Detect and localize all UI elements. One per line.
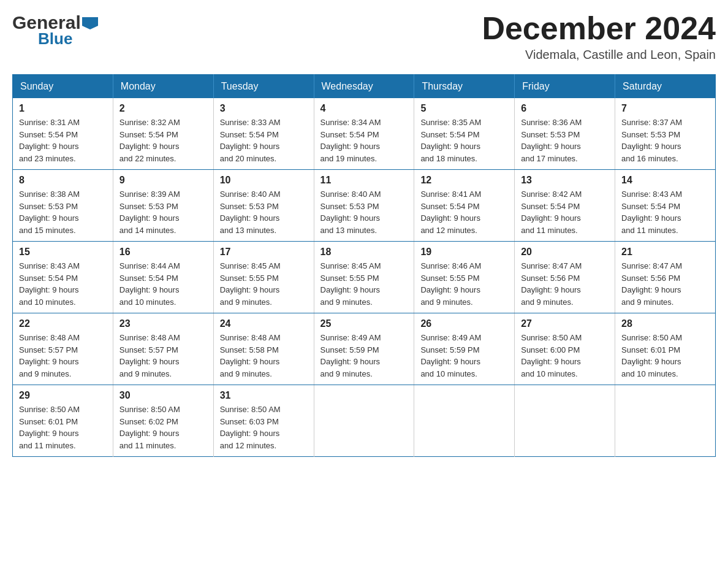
calendar-cell: 18Sunrise: 8:45 AMSunset: 5:55 PMDayligh… bbox=[314, 242, 414, 313]
calendar-cell: 31Sunrise: 8:50 AMSunset: 6:03 PMDayligh… bbox=[213, 385, 314, 457]
day-info: Sunrise: 8:36 AMSunset: 5:53 PMDaylight:… bbox=[521, 117, 609, 164]
day-info: Sunrise: 8:40 AMSunset: 5:53 PMDaylight:… bbox=[320, 188, 408, 236]
logo-arrow-icon bbox=[82, 17, 98, 29]
calendar-cell: 5Sunrise: 8:35 AMSunset: 5:54 PMDaylight… bbox=[414, 98, 515, 170]
day-number: 29 bbox=[19, 390, 107, 401]
day-number: 30 bbox=[119, 390, 207, 401]
calendar-week-row: 22Sunrise: 8:48 AMSunset: 5:57 PMDayligh… bbox=[13, 313, 716, 385]
day-info: Sunrise: 8:50 AMSunset: 6:01 PMDaylight:… bbox=[621, 332, 709, 380]
calendar-cell: 28Sunrise: 8:50 AMSunset: 6:01 PMDayligh… bbox=[615, 313, 716, 385]
day-info: Sunrise: 8:40 AMSunset: 5:53 PMDaylight:… bbox=[220, 188, 308, 236]
calendar-cell: 9Sunrise: 8:39 AMSunset: 5:53 PMDaylight… bbox=[113, 170, 213, 242]
col-wednesday: Wednesday bbox=[314, 75, 414, 99]
location-text: Videmala, Castille and Leon, Spain bbox=[482, 48, 716, 62]
day-info: Sunrise: 8:49 AMSunset: 5:59 PMDaylight:… bbox=[320, 332, 408, 380]
day-number: 15 bbox=[19, 247, 107, 258]
day-info: Sunrise: 8:45 AMSunset: 5:55 PMDaylight:… bbox=[320, 260, 408, 308]
logo-blue-text: Blue bbox=[38, 29, 72, 48]
calendar-cell: 22Sunrise: 8:48 AMSunset: 5:57 PMDayligh… bbox=[13, 313, 113, 385]
calendar-cell: 25Sunrise: 8:49 AMSunset: 5:59 PMDayligh… bbox=[314, 313, 414, 385]
svg-marker-0 bbox=[82, 17, 98, 29]
day-number: 28 bbox=[621, 318, 709, 329]
calendar-cell: 21Sunrise: 8:47 AMSunset: 5:56 PMDayligh… bbox=[615, 242, 716, 313]
calendar-week-row: 29Sunrise: 8:50 AMSunset: 6:01 PMDayligh… bbox=[13, 385, 716, 457]
calendar-header-row: Sunday Monday Tuesday Wednesday Thursday… bbox=[13, 75, 716, 99]
day-number: 19 bbox=[420, 247, 508, 258]
day-info: Sunrise: 8:35 AMSunset: 5:54 PMDaylight:… bbox=[420, 117, 508, 164]
calendar-cell bbox=[515, 385, 615, 457]
calendar-cell: 17Sunrise: 8:45 AMSunset: 5:55 PMDayligh… bbox=[213, 242, 314, 313]
calendar-cell: 29Sunrise: 8:50 AMSunset: 6:01 PMDayligh… bbox=[13, 385, 113, 457]
day-number: 5 bbox=[420, 103, 508, 114]
day-number: 4 bbox=[320, 103, 408, 114]
day-number: 24 bbox=[220, 318, 308, 329]
day-number: 9 bbox=[119, 175, 207, 186]
day-info: Sunrise: 8:41 AMSunset: 5:54 PMDaylight:… bbox=[420, 188, 508, 236]
day-info: Sunrise: 8:42 AMSunset: 5:54 PMDaylight:… bbox=[521, 188, 609, 236]
day-number: 26 bbox=[420, 318, 508, 329]
day-info: Sunrise: 8:43 AMSunset: 5:54 PMDaylight:… bbox=[19, 260, 107, 308]
col-saturday: Saturday bbox=[615, 75, 716, 99]
day-info: Sunrise: 8:50 AMSunset: 6:02 PMDaylight:… bbox=[119, 404, 207, 451]
calendar-cell: 27Sunrise: 8:50 AMSunset: 6:00 PMDayligh… bbox=[515, 313, 615, 385]
day-info: Sunrise: 8:37 AMSunset: 5:53 PMDaylight:… bbox=[621, 117, 709, 164]
day-info: Sunrise: 8:46 AMSunset: 5:55 PMDaylight:… bbox=[420, 260, 508, 308]
day-info: Sunrise: 8:39 AMSunset: 5:53 PMDaylight:… bbox=[119, 188, 207, 236]
day-info: Sunrise: 8:47 AMSunset: 5:56 PMDaylight:… bbox=[521, 260, 609, 308]
calendar-cell: 2Sunrise: 8:32 AMSunset: 5:54 PMDaylight… bbox=[113, 98, 213, 170]
calendar-cell: 16Sunrise: 8:44 AMSunset: 5:54 PMDayligh… bbox=[113, 242, 213, 313]
day-number: 12 bbox=[420, 175, 508, 186]
day-info: Sunrise: 8:50 AMSunset: 6:01 PMDaylight:… bbox=[19, 404, 107, 451]
month-title: December 2024 bbox=[482, 12, 716, 44]
day-info: Sunrise: 8:50 AMSunset: 6:03 PMDaylight:… bbox=[220, 404, 308, 451]
day-number: 22 bbox=[19, 318, 107, 329]
calendar-cell: 26Sunrise: 8:49 AMSunset: 5:59 PMDayligh… bbox=[414, 313, 515, 385]
calendar-cell: 10Sunrise: 8:40 AMSunset: 5:53 PMDayligh… bbox=[213, 170, 314, 242]
calendar-cell: 12Sunrise: 8:41 AMSunset: 5:54 PMDayligh… bbox=[414, 170, 515, 242]
day-number: 6 bbox=[521, 103, 609, 114]
day-info: Sunrise: 8:31 AMSunset: 5:54 PMDaylight:… bbox=[19, 117, 107, 164]
calendar-cell: 24Sunrise: 8:48 AMSunset: 5:58 PMDayligh… bbox=[213, 313, 314, 385]
day-info: Sunrise: 8:34 AMSunset: 5:54 PMDaylight:… bbox=[320, 117, 408, 164]
day-number: 1 bbox=[19, 103, 107, 114]
day-number: 7 bbox=[621, 103, 709, 114]
day-info: Sunrise: 8:49 AMSunset: 5:59 PMDaylight:… bbox=[420, 332, 508, 380]
calendar-cell: 15Sunrise: 8:43 AMSunset: 5:54 PMDayligh… bbox=[13, 242, 113, 313]
day-number: 2 bbox=[119, 103, 207, 114]
calendar-table: Sunday Monday Tuesday Wednesday Thursday… bbox=[12, 74, 716, 457]
day-info: Sunrise: 8:33 AMSunset: 5:54 PMDaylight:… bbox=[220, 117, 308, 164]
day-info: Sunrise: 8:44 AMSunset: 5:54 PMDaylight:… bbox=[119, 260, 207, 308]
day-info: Sunrise: 8:48 AMSunset: 5:57 PMDaylight:… bbox=[19, 332, 107, 380]
day-number: 10 bbox=[220, 175, 308, 186]
day-number: 16 bbox=[119, 247, 207, 258]
calendar-cell: 11Sunrise: 8:40 AMSunset: 5:53 PMDayligh… bbox=[314, 170, 414, 242]
day-number: 8 bbox=[19, 175, 107, 186]
col-tuesday: Tuesday bbox=[213, 75, 314, 99]
day-number: 13 bbox=[521, 175, 609, 186]
day-number: 25 bbox=[320, 318, 408, 329]
calendar-cell: 19Sunrise: 8:46 AMSunset: 5:55 PMDayligh… bbox=[414, 242, 515, 313]
calendar-cell: 13Sunrise: 8:42 AMSunset: 5:54 PMDayligh… bbox=[515, 170, 615, 242]
calendar-cell: 7Sunrise: 8:37 AMSunset: 5:53 PMDaylight… bbox=[615, 98, 716, 170]
day-number: 11 bbox=[320, 175, 408, 186]
day-number: 31 bbox=[220, 390, 308, 401]
calendar-cell: 23Sunrise: 8:48 AMSunset: 5:57 PMDayligh… bbox=[113, 313, 213, 385]
day-number: 21 bbox=[621, 247, 709, 258]
day-info: Sunrise: 8:43 AMSunset: 5:54 PMDaylight:… bbox=[621, 188, 709, 236]
day-number: 14 bbox=[621, 175, 709, 186]
col-sunday: Sunday bbox=[13, 75, 113, 99]
day-number: 20 bbox=[521, 247, 609, 258]
col-thursday: Thursday bbox=[414, 75, 515, 99]
calendar-cell: 14Sunrise: 8:43 AMSunset: 5:54 PMDayligh… bbox=[615, 170, 716, 242]
calendar-week-row: 1Sunrise: 8:31 AMSunset: 5:54 PMDaylight… bbox=[13, 98, 716, 170]
calendar-cell: 3Sunrise: 8:33 AMSunset: 5:54 PMDaylight… bbox=[213, 98, 314, 170]
day-info: Sunrise: 8:47 AMSunset: 5:56 PMDaylight:… bbox=[621, 260, 709, 308]
calendar-cell: 4Sunrise: 8:34 AMSunset: 5:54 PMDaylight… bbox=[314, 98, 414, 170]
title-section: December 2024 Videmala, Castille and Leo… bbox=[482, 12, 716, 62]
calendar-cell: 20Sunrise: 8:47 AMSunset: 5:56 PMDayligh… bbox=[515, 242, 615, 313]
calendar-week-row: 8Sunrise: 8:38 AMSunset: 5:53 PMDaylight… bbox=[13, 170, 716, 242]
calendar-cell: 1Sunrise: 8:31 AMSunset: 5:54 PMDaylight… bbox=[13, 98, 113, 170]
day-number: 27 bbox=[521, 318, 609, 329]
calendar-week-row: 15Sunrise: 8:43 AMSunset: 5:54 PMDayligh… bbox=[13, 242, 716, 313]
calendar-cell: 30Sunrise: 8:50 AMSunset: 6:02 PMDayligh… bbox=[113, 385, 213, 457]
